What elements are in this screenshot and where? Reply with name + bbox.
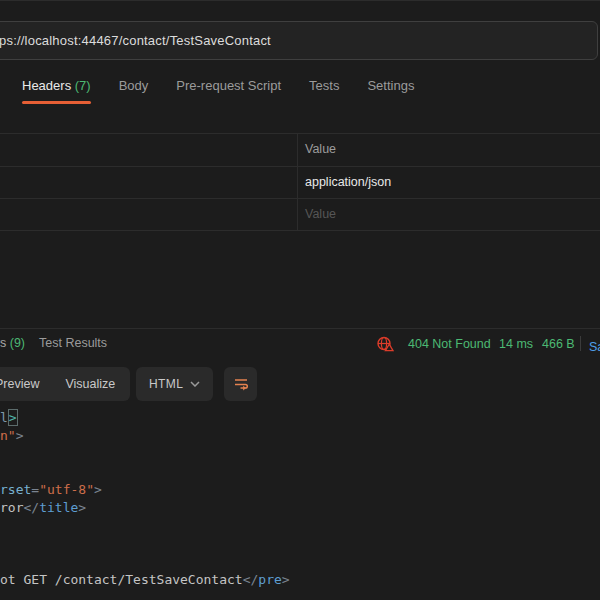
table-border <box>0 166 600 167</box>
api-client-window: https://localhost:44467/contact/TestSave… <box>0 0 600 600</box>
view-preview-button[interactable]: Preview <box>0 377 48 391</box>
response-tab-test-results-label: Test Results <box>39 336 107 350</box>
wrap-line-icon <box>233 376 249 392</box>
top-divider <box>0 0 600 1</box>
tab-body-label: Body <box>119 78 149 93</box>
format-dropdown-value: HTML <box>149 377 183 391</box>
chevron-down-icon <box>190 381 200 387</box>
format-dropdown[interactable]: HTML <box>136 367 213 401</box>
tab-settings[interactable]: Settings <box>367 78 414 94</box>
value-column-header: Value <box>305 133 336 166</box>
meta-divider <box>580 336 581 351</box>
table-border <box>0 198 600 199</box>
tab-pre-request-script[interactable]: Pre-request Script <box>176 78 281 94</box>
table-column-divider <box>297 133 298 230</box>
response-tab-test-results[interactable]: Test Results <box>39 336 107 350</box>
wrap-line-button[interactable] <box>224 367 257 401</box>
response-code[interactable]: <!DOCTYPE html><html lang="en"> <head> <… <box>0 409 498 589</box>
body-view-segmented-control: Preview Visualize <box>0 367 130 401</box>
header-value-input-placeholder[interactable]: Value <box>305 198 336 230</box>
request-tabs: Headers (7) Body Pre-request Script Test… <box>22 78 414 94</box>
response-tabs: Headers (9) Test Results <box>0 336 107 350</box>
response-tab-headers[interactable]: Headers (9) <box>0 336 25 350</box>
response-tab-headers-label: Headers <box>0 336 6 350</box>
request-url-value: https://localhost:44467/contact/TestSave… <box>0 33 271 48</box>
response-time-badge: 14 ms <box>499 337 533 351</box>
response-tab-headers-count: (9) <box>10 336 25 350</box>
save-response-clip: Save Response <box>589 337 600 355</box>
header-value-cell[interactable]: application/json <box>305 166 391 198</box>
response-size-badge: 466 B <box>542 337 575 351</box>
tab-headers-label: Headers <box>22 78 71 93</box>
view-visualize-button[interactable]: Visualize <box>56 377 124 391</box>
tab-settings-label: Settings <box>367 78 414 93</box>
tab-headers-count: (7) <box>75 78 91 93</box>
globe-error-icon[interactable] <box>376 335 394 353</box>
request-url-input[interactable]: https://localhost:44467/contact/TestSave… <box>0 21 598 60</box>
response-status-badge: 404 Not Found <box>408 337 491 351</box>
tab-tests-label: Tests <box>309 78 339 93</box>
save-response-button[interactable]: Save Response <box>589 340 600 354</box>
tab-pre-request-script-label: Pre-request Script <box>176 78 281 93</box>
tab-body[interactable]: Body <box>119 78 149 94</box>
tab-headers[interactable]: Headers (7) <box>22 78 91 94</box>
table-border <box>0 230 600 231</box>
response-section-divider <box>0 328 600 329</box>
table-border <box>0 133 600 134</box>
tab-tests[interactable]: Tests <box>309 78 339 94</box>
